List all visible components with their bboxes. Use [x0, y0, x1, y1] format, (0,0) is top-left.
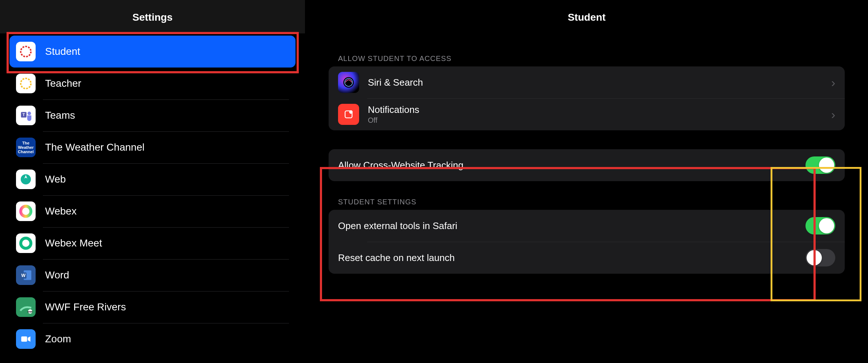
- toggle-open-external-safari[interactable]: [805, 217, 835, 234]
- sidebar-item-weather-channel[interactable]: TheWeatherChannel The Weather Channel: [9, 131, 296, 163]
- svg-point-18: [349, 110, 353, 114]
- sidebar-item-wwf[interactable]: WWF WWF Free Rivers: [9, 291, 296, 323]
- svg-point-6: [21, 206, 31, 216]
- row-title: Allow Cross-Website Tracking: [338, 160, 805, 171]
- sidebar-item-webex-meet[interactable]: Webex Meet: [9, 227, 296, 259]
- svg-text:T: T: [23, 113, 25, 117]
- settings-sidebar: Settings Student Teacher T Teams: [0, 0, 305, 363]
- row-title: Siri & Search: [368, 77, 831, 88]
- sidebar-item-webex[interactable]: Webex: [9, 195, 296, 227]
- row-notifications[interactable]: Notifications Off ›: [329, 98, 845, 130]
- detail-pane: Student Allow Student to Access Siri & S…: [305, 0, 868, 363]
- word-icon: W: [16, 265, 36, 285]
- svg-point-4: [28, 112, 31, 115]
- sidebar-item-label: WWF Free Rivers: [45, 301, 126, 313]
- siri-icon: [338, 72, 359, 93]
- teams-icon: T: [16, 106, 36, 125]
- sidebar-item-zoom[interactable]: Zoom: [9, 323, 296, 355]
- sidebar-item-label: Teacher: [45, 78, 81, 89]
- group-access: Siri & Search › Notifications Off ›: [329, 66, 845, 130]
- sidebar-item-label: Word: [45, 269, 69, 281]
- svg-text:W: W: [21, 273, 26, 278]
- row-subtitle: Off: [368, 116, 831, 125]
- web-icon: [16, 170, 36, 189]
- webex-icon: [16, 201, 36, 221]
- group-label-student-settings: Student Settings: [329, 181, 845, 210]
- row-text: Siri & Search: [368, 77, 831, 88]
- chevron-right-icon: ›: [831, 107, 835, 122]
- svg-point-7: [21, 238, 31, 248]
- weather-channel-icon: TheWeatherChannel: [16, 138, 36, 157]
- group-student-settings: Open external tools in Safari Reset cach…: [329, 210, 845, 274]
- svg-rect-14: [21, 337, 27, 342]
- svg-point-0: [21, 46, 31, 57]
- notifications-icon: [338, 104, 359, 125]
- sidebar-item-web[interactable]: Web: [9, 163, 296, 195]
- sidebar-item-label: Teams: [45, 110, 75, 121]
- sidebar-item-label: The Weather Channel: [45, 142, 144, 153]
- sidebar-item-label: Webex Meet: [45, 237, 102, 249]
- group-label-access: Allow Student to Access: [329, 38, 845, 66]
- sidebar-item-word[interactable]: W Word: [9, 259, 296, 291]
- sidebar-item-teacher[interactable]: Teacher: [9, 68, 296, 99]
- svg-text:WWF: WWF: [28, 311, 33, 313]
- row-siri-search[interactable]: Siri & Search ›: [329, 66, 845, 98]
- row-title: Open external tools in Safari: [338, 220, 805, 232]
- row-open-external-safari[interactable]: Open external tools in Safari: [329, 210, 845, 242]
- canvas-student-icon: [16, 42, 36, 61]
- detail-title: Student: [329, 0, 845, 38]
- wwf-icon: WWF: [16, 297, 36, 317]
- sidebar-item-label: Student: [45, 46, 80, 57]
- zoom-icon: [16, 329, 36, 349]
- row-text: Notifications Off: [368, 104, 831, 125]
- row-cross-website-tracking[interactable]: Allow Cross-Website Tracking: [329, 149, 845, 181]
- row-title: Reset cache on next launch: [338, 252, 805, 264]
- row-title: Notifications: [368, 104, 831, 115]
- row-reset-cache[interactable]: Reset cache on next launch: [329, 242, 845, 274]
- sidebar-item-label: Webex: [45, 205, 77, 217]
- toggle-reset-cache[interactable]: [805, 249, 835, 266]
- sidebar-list: Student Teacher T Teams TheWeatherChanne…: [0, 33, 305, 355]
- webex-meet-icon: [16, 233, 36, 253]
- sidebar-item-teams[interactable]: T Teams: [9, 99, 296, 131]
- sidebar-title: Settings: [0, 0, 305, 33]
- svg-point-1: [21, 78, 31, 89]
- chevron-right-icon: ›: [831, 76, 835, 90]
- toggle-cross-website-tracking[interactable]: [805, 156, 835, 174]
- app-root: Settings Student Teacher T Teams: [0, 0, 868, 363]
- sidebar-item-label: Zoom: [45, 333, 71, 345]
- sidebar-item-student[interactable]: Student: [9, 36, 296, 68]
- canvas-teacher-icon: [16, 74, 36, 93]
- group-tracking: Allow Cross-Website Tracking: [329, 149, 845, 181]
- sidebar-item-label: Web: [45, 174, 66, 185]
